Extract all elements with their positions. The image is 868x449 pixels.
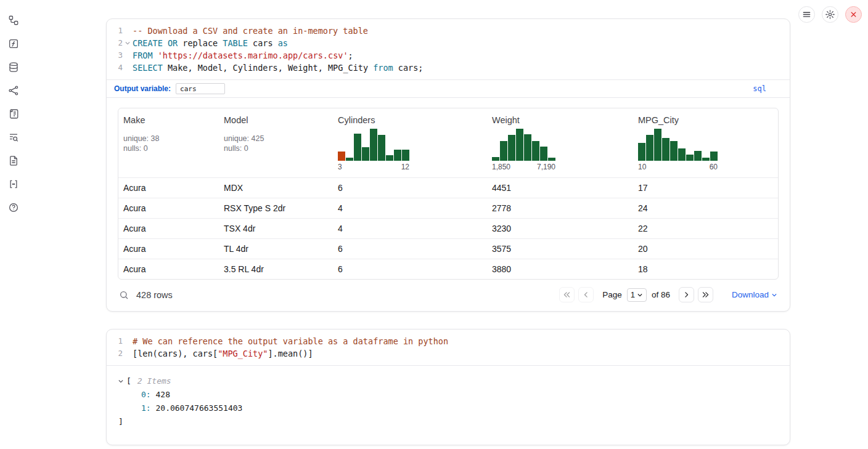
- column-name[interactable]: MPG_City: [638, 115, 773, 125]
- histogram-max-label: 7,190: [537, 163, 555, 171]
- prev-page-button[interactable]: [578, 287, 594, 302]
- download-button[interactable]: Download: [732, 290, 777, 299]
- column-name[interactable]: Make: [123, 115, 214, 125]
- search-icon[interactable]: [119, 290, 129, 300]
- column-name[interactable]: Cylinders: [338, 115, 482, 125]
- settings-button[interactable]: [822, 6, 838, 23]
- histogram-bar[interactable]: [402, 150, 409, 161]
- sidebar-item-file-explorer[interactable]: [6, 12, 22, 28]
- histogram-bar[interactable]: [524, 134, 531, 161]
- sidebar-item-variables[interactable]: [6, 36, 22, 52]
- tree-entry-key: 0:: [141, 390, 151, 399]
- table-row[interactable]: Acura3.5 RL 4dr6388018: [118, 259, 778, 279]
- histogram-bar[interactable]: [338, 152, 345, 161]
- histogram-bar[interactable]: [346, 158, 353, 161]
- sidebar-item-help[interactable]: [6, 200, 22, 216]
- gear-icon: [825, 9, 835, 20]
- collapse-chevron-icon[interactable]: [118, 378, 124, 384]
- table-row[interactable]: AcuraTSX 4dr4323022: [118, 218, 778, 238]
- python-code-editor[interactable]: 1# We can reference the output variable …: [107, 330, 790, 365]
- histogram-bar[interactable]: [508, 135, 515, 161]
- histogram-bar[interactable]: [394, 150, 401, 161]
- sidebar-item-data-sources[interactable]: [6, 59, 22, 75]
- next-page-button[interactable]: [679, 287, 694, 302]
- histogram-bar[interactable]: [516, 129, 523, 161]
- code-text[interactable]: FROM 'https://datasets.marimo.app/cars.c…: [133, 49, 353, 62]
- fold-gutter: [123, 335, 133, 347]
- language-badge: sql: [753, 84, 766, 93]
- tree-entry-value: 20.060747663551403: [151, 403, 243, 413]
- sidebar-item-snippets[interactable]: [6, 129, 22, 145]
- help-circle-icon: [8, 202, 19, 213]
- histogram-bar[interactable]: [646, 135, 653, 161]
- chevron-down-icon: [637, 292, 643, 298]
- table-row[interactable]: AcuraTL 4dr6357520: [118, 238, 778, 259]
- table-footer: 428 rows Page 1 of 86 Download: [118, 287, 779, 302]
- histogram-bar[interactable]: [386, 155, 393, 161]
- sidebar-item-packages[interactable]: [6, 176, 22, 192]
- python-output-tree: [ 2 Items 0: 4281: 20.060747663551403 ]: [107, 365, 790, 445]
- code-text[interactable]: SELECT Make, Model, Cylinders, Weight, M…: [133, 62, 423, 74]
- column-name[interactable]: Weight: [492, 115, 628, 125]
- sidebar-item-dependencies[interactable]: [6, 83, 22, 99]
- code-text[interactable]: [len(cars), cars["MPG_City"].mean()]: [133, 347, 313, 360]
- column-header-mpg_city: MPG_City1060: [633, 108, 778, 177]
- sidebar-item-documentation[interactable]: [6, 153, 22, 169]
- line-number: 2: [107, 347, 123, 360]
- code-text[interactable]: # We can reference the output variable a…: [133, 335, 448, 347]
- last-page-button[interactable]: [698, 287, 713, 302]
- histogram-bar[interactable]: [670, 141, 678, 161]
- sidebar-item-logs[interactable]: [6, 106, 22, 122]
- histogram-bar[interactable]: [678, 148, 686, 161]
- tree-open-bracket: [: [126, 374, 131, 388]
- row-count: 428 rows: [136, 290, 173, 300]
- histogram-bar[interactable]: [710, 152, 718, 161]
- histogram-max-label: 12: [401, 163, 409, 171]
- table-cell: 6: [333, 239, 487, 259]
- tree-entry: 0: 428: [118, 388, 779, 402]
- table-cell: Acura: [118, 259, 219, 279]
- stat-line: unique: 38: [123, 134, 214, 144]
- histogram-bar[interactable]: [532, 141, 539, 161]
- histogram-bar[interactable]: [694, 151, 702, 161]
- fold-gutter: [123, 25, 133, 37]
- notebook-menu-button[interactable]: [798, 6, 815, 23]
- histogram-bar[interactable]: [500, 141, 507, 161]
- histogram-bar[interactable]: [370, 129, 377, 161]
- histogram-bar[interactable]: [686, 155, 694, 161]
- sql-code-editor[interactable]: 1-- Download a CSV and create an in-memo…: [107, 19, 790, 79]
- histogram-axis: 1060: [638, 163, 718, 171]
- brackets-dots-icon: [8, 179, 19, 190]
- histogram-bar[interactable]: [362, 147, 369, 161]
- line-number: 1: [107, 25, 123, 37]
- histogram-bar[interactable]: [662, 138, 669, 161]
- histogram-bar[interactable]: [638, 143, 645, 161]
- page-select[interactable]: 1: [627, 288, 647, 302]
- histogram-bars: [638, 129, 718, 161]
- histogram-bar[interactable]: [354, 134, 361, 161]
- tree-entry: 1: 20.060747663551403: [118, 402, 779, 415]
- chevron-left-icon: [582, 291, 590, 299]
- table-cell: Acura: [118, 219, 219, 238]
- table-cell: 24: [633, 198, 778, 218]
- first-page-button[interactable]: [559, 287, 575, 302]
- function-icon: [8, 38, 19, 49]
- histogram-bar[interactable]: [492, 157, 499, 161]
- dependency-graph-icon: [8, 85, 19, 96]
- page-select-value: 1: [631, 290, 635, 299]
- histogram-bar[interactable]: [548, 158, 555, 161]
- code-text[interactable]: CREATE OR replace TABLE cars as: [133, 37, 288, 49]
- column-name[interactable]: Model: [224, 115, 328, 125]
- fold-chevron-icon[interactable]: [123, 37, 133, 49]
- table-row[interactable]: AcuraRSX Type S 2dr4277824: [118, 198, 778, 218]
- histogram-bar[interactable]: [540, 147, 547, 161]
- shutdown-button[interactable]: [845, 6, 862, 23]
- table-cell: MDX: [219, 178, 333, 198]
- code-text[interactable]: -- Download a CSV and create an in-memor…: [133, 25, 368, 37]
- table-row[interactable]: AcuraMDX6445117: [118, 177, 778, 198]
- histogram-bar[interactable]: [654, 129, 661, 161]
- histogram-bar[interactable]: [702, 158, 710, 161]
- histogram-bar[interactable]: [378, 135, 385, 161]
- output-variable-input[interactable]: [176, 83, 225, 94]
- line-number: 4: [107, 62, 123, 74]
